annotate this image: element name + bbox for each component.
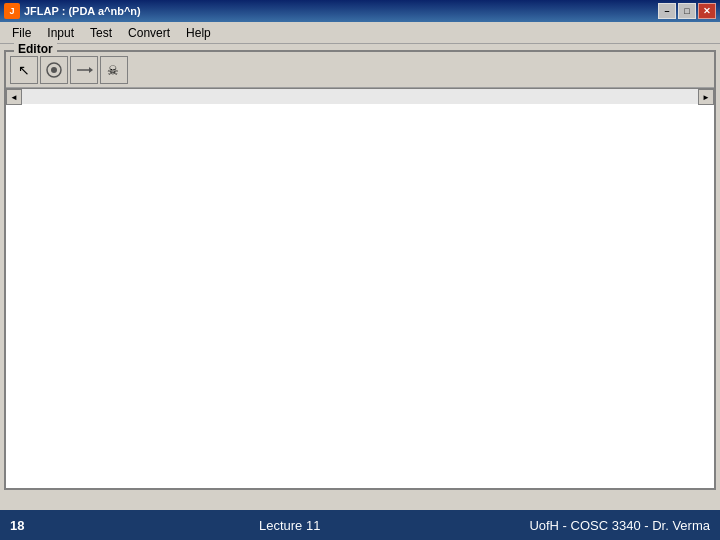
delete-tool-button[interactable]: ☠ — [100, 56, 128, 84]
window-controls: – □ ✕ — [658, 3, 716, 19]
window-title: JFLAP : (PDA a^nb^n) — [24, 5, 658, 17]
lecture-label: Lecture 11 — [50, 518, 529, 533]
toolbar: ↖ ☠ — [6, 52, 714, 88]
svg-point-1 — [51, 67, 57, 73]
state-tool-button[interactable] — [40, 56, 68, 84]
status-bar: 18 Lecture 11 UofH - COSC 3340 - Dr. Ver… — [0, 510, 720, 540]
transition-tool-button[interactable] — [70, 56, 98, 84]
minimize-button[interactable]: – — [658, 3, 676, 19]
editor-label: Editor — [14, 42, 57, 56]
scroll-right-button[interactable]: ► — [698, 89, 714, 105]
menu-input[interactable]: Input — [39, 24, 82, 42]
menu-test[interactable]: Test — [82, 24, 120, 42]
slide-number: 18 — [10, 518, 50, 533]
title-bar: J JFLAP : (PDA a^nb^n) – □ ✕ — [0, 0, 720, 22]
maximize-button[interactable]: □ — [678, 3, 696, 19]
course-label: UofH - COSC 3340 - Dr. Verma — [529, 518, 710, 533]
svg-marker-3 — [89, 67, 93, 73]
scroll-h-track[interactable] — [22, 89, 698, 104]
close-button[interactable]: ✕ — [698, 3, 716, 19]
app-icon: J — [4, 3, 20, 19]
menu-help[interactable]: Help — [178, 24, 219, 42]
menu-bar: File Input Test Convert Help — [0, 22, 720, 44]
select-tool-button[interactable]: ↖ — [10, 56, 38, 84]
scroll-left-button[interactable]: ◄ — [6, 89, 22, 105]
horizontal-scrollbar[interactable]: ◄ ► — [6, 88, 714, 104]
menu-convert[interactable]: Convert — [120, 24, 178, 42]
svg-text:☠: ☠ — [107, 63, 119, 78]
menu-file[interactable]: File — [4, 24, 39, 42]
